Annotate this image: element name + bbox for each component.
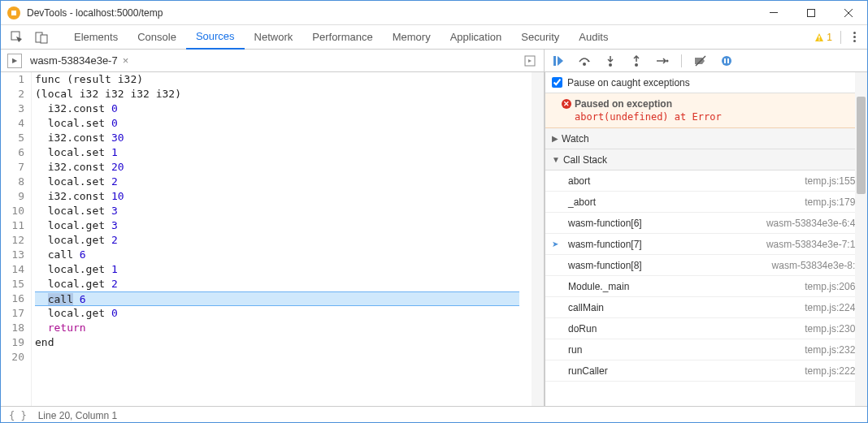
- code-line[interactable]: i32.const 10: [35, 189, 532, 204]
- line-number[interactable]: 2: [1, 87, 24, 101]
- line-number[interactable]: 5: [1, 131, 24, 145]
- code-line[interactable]: local.set 0: [35, 116, 532, 131]
- resume-button[interactable]: [551, 54, 566, 68]
- tab-audits[interactable]: Audits: [569, 25, 618, 50]
- tab-security[interactable]: Security: [511, 25, 569, 50]
- line-number[interactable]: 3: [1, 101, 24, 116]
- stack-frame[interactable]: _aborttemp.js:1795: [545, 192, 867, 213]
- minimize-button[interactable]: [755, 1, 792, 25]
- code-line[interactable]: i32.const 0: [35, 101, 532, 116]
- deactivate-breakpoints-button[interactable]: [693, 54, 708, 68]
- tab-elements[interactable]: Elements: [64, 25, 128, 50]
- stack-function: runCaller: [568, 365, 608, 377]
- editor-scrollbar[interactable]: [532, 72, 544, 406]
- line-number[interactable]: 6: [1, 145, 24, 160]
- code-line[interactable]: return: [35, 321, 532, 335]
- more-tabs-icon[interactable]: [521, 55, 539, 67]
- tab-performance[interactable]: Performance: [302, 25, 382, 50]
- stack-frame[interactable]: wasm-function[6]wasm-53834e3e-6:43: [545, 213, 867, 234]
- more-menu-icon[interactable]: [848, 32, 861, 42]
- scrollbar-thumb[interactable]: [857, 97, 866, 194]
- callstack-section-header[interactable]: ▼ Call Stack: [545, 149, 867, 170]
- line-number[interactable]: 17: [1, 306, 24, 321]
- stack-frame[interactable]: wasm-function[7]wasm-53834e3e-7:16: [545, 234, 867, 255]
- line-number[interactable]: 11: [1, 218, 24, 233]
- code-line[interactable]: [35, 350, 532, 365]
- stack-location: temp.js:2249: [805, 302, 861, 313]
- step-button[interactable]: [655, 54, 670, 68]
- code-area[interactable]: 1234567891011121314151617181920 func (re…: [1, 72, 544, 406]
- pause-on-exceptions-row[interactable]: Pause on caught exceptions: [545, 72, 867, 93]
- code-line[interactable]: call 6: [35, 291, 519, 306]
- line-number[interactable]: 19: [1, 335, 24, 350]
- pause-on-exceptions-checkbox[interactable]: [552, 77, 562, 88]
- stack-function: wasm-function[6]: [568, 218, 642, 229]
- line-number[interactable]: 7: [1, 160, 24, 175]
- code-line[interactable]: end: [35, 335, 532, 350]
- stack-frame[interactable]: aborttemp.js:1558: [545, 170, 867, 192]
- line-number[interactable]: 1: [1, 72, 24, 87]
- stack-function: wasm-function[8]: [568, 260, 642, 271]
- step-out-button[interactable]: [629, 54, 644, 68]
- line-number[interactable]: 8: [1, 175, 24, 189]
- expand-triangle-icon: ▼: [552, 155, 560, 164]
- tab-network[interactable]: Network: [245, 25, 303, 50]
- stack-location: temp.js:1795: [805, 196, 861, 208]
- stack-frame[interactable]: runtemp.js:2323: [545, 339, 867, 360]
- navigator-dropdown-icon[interactable]: ▶: [7, 54, 22, 68]
- line-number[interactable]: 13: [1, 248, 24, 262]
- code-line[interactable]: func (result i32): [35, 72, 532, 87]
- line-number[interactable]: 16: [1, 291, 24, 306]
- line-number[interactable]: 14: [1, 262, 24, 277]
- stack-location: wasm-53834e3e-7:16: [766, 239, 861, 250]
- pretty-print-icon[interactable]: { }: [9, 410, 27, 421]
- line-number[interactable]: 9: [1, 189, 24, 204]
- line-number[interactable]: 12: [1, 233, 24, 248]
- line-number[interactable]: 4: [1, 116, 24, 131]
- close-tab-icon[interactable]: ×: [123, 54, 129, 67]
- code-line[interactable]: i32.const 30: [35, 131, 532, 145]
- tab-memory[interactable]: Memory: [383, 25, 441, 50]
- stack-frame[interactable]: doRuntemp.js:2308: [545, 318, 867, 339]
- stack-frame[interactable]: runCallertemp.js:2224: [545, 360, 867, 382]
- step-over-button[interactable]: [577, 54, 592, 68]
- code-line[interactable]: local.get 3: [35, 218, 532, 233]
- warnings-badge[interactable]: 1: [814, 32, 832, 43]
- step-into-button[interactable]: [603, 54, 618, 68]
- watch-section-header[interactable]: ▶ Watch: [545, 128, 867, 149]
- maximize-button[interactable]: [792, 1, 830, 25]
- cursor-position: Line 20, Column 1: [38, 410, 117, 421]
- code-line[interactable]: local.set 3: [35, 204, 532, 218]
- code-content[interactable]: func (result i32)(local i32 i32 i32 i32)…: [32, 72, 532, 406]
- code-line[interactable]: call 6: [35, 248, 532, 262]
- line-number[interactable]: 20: [1, 350, 24, 365]
- line-number[interactable]: 10: [1, 204, 24, 218]
- tab-application[interactable]: Application: [441, 25, 512, 50]
- code-line[interactable]: local.get 2: [35, 233, 532, 248]
- file-tab[interactable]: wasm-53834e3e-7 ×: [30, 54, 128, 67]
- titlebar: DevTools - localhost:5000/temp: [1, 1, 867, 25]
- tab-sources[interactable]: Sources: [186, 25, 245, 50]
- inspect-element-icon[interactable]: [7, 28, 27, 47]
- device-toggle-icon[interactable]: [32, 28, 51, 47]
- code-line[interactable]: local.get 0: [35, 306, 532, 321]
- paused-banner: ✕ Paused on exception abort(undefined) a…: [545, 93, 867, 128]
- code-line[interactable]: i32.const 20: [35, 160, 532, 175]
- code-line[interactable]: (local i32 i32 i32 i32): [35, 87, 532, 101]
- stack-location: temp.js:2062: [805, 281, 861, 292]
- tab-console[interactable]: Console: [128, 25, 186, 50]
- editor-tabbar: ▶ wasm-53834e3e-7 ×: [1, 50, 545, 72]
- stack-frame[interactable]: wasm-function[8]wasm-53834e3e-8:3: [545, 255, 867, 276]
- stack-frame[interactable]: Module._maintemp.js:2062: [545, 276, 867, 297]
- code-line[interactable]: local.get 2: [35, 277, 532, 291]
- code-line[interactable]: local.set 2: [35, 175, 532, 189]
- close-button[interactable]: [830, 1, 867, 25]
- stack-frame[interactable]: callMaintemp.js:2249: [545, 297, 867, 318]
- line-number[interactable]: 15: [1, 277, 24, 291]
- code-line[interactable]: local.get 1: [35, 262, 532, 277]
- line-number[interactable]: 18: [1, 321, 24, 335]
- callstack-list: aborttemp.js:1558_aborttemp.js:1795wasm-…: [545, 170, 867, 406]
- code-line[interactable]: local.set 1: [35, 145, 532, 160]
- debug-scrollbar[interactable]: [855, 72, 867, 406]
- pause-exceptions-button[interactable]: [719, 54, 734, 68]
